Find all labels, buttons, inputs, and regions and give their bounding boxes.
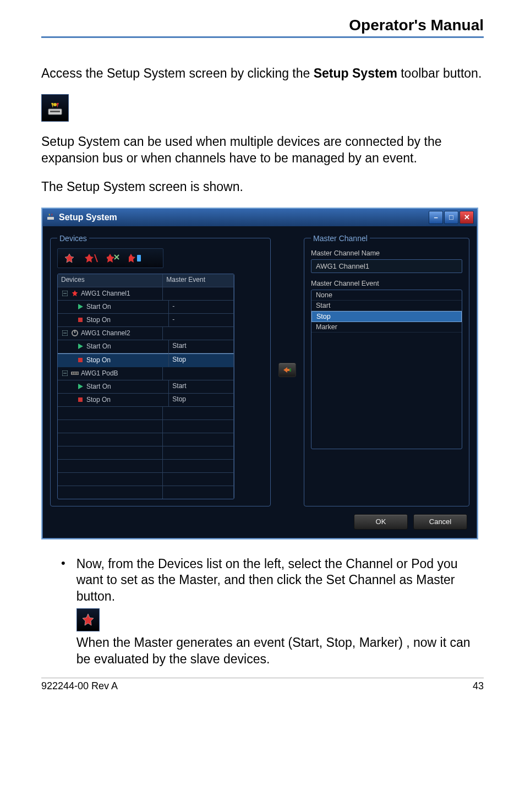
svg-rect-13 [78,358,83,362]
svg-rect-21 [78,397,83,402]
master-star-icon [71,290,79,297]
table-row[interactable]: Stop On - [58,314,234,327]
svg-rect-3 [47,217,54,220]
svg-rect-20 [77,372,78,374]
toolbar-set-master-icon[interactable] [62,252,76,264]
text: button. [76,589,115,603]
row-me [163,287,234,301]
svg-rect-18 [74,372,75,374]
table-row[interactable]: Start On Start [58,340,234,353]
ok-button[interactable]: OK [354,514,408,530]
text: Access the Setup System screen by clicki… [41,66,314,80]
row-label: Stop On [86,396,111,404]
footer-page-number: 43 [473,680,484,692]
setup-system-window: Setup System – □ ✕ Devices [41,208,478,539]
row-me: Stop [169,353,234,367]
table-row[interactable]: Stop On Stop [58,394,234,407]
stop-icon [76,396,84,404]
row-me: Start [169,340,234,353]
svg-rect-8 [78,318,83,322]
row-label: Start On [86,383,111,390]
row-me [163,327,234,340]
window-title: Setup System [59,212,117,222]
channel-off-icon [71,329,79,337]
bullet-dot: • [61,556,65,668]
row-label: Start On [86,342,111,350]
row-label: Start On [86,303,111,310]
master-event-listbox[interactable]: None Start Stop Marker [311,290,462,449]
devices-table[interactable]: Devices Master Event AWG1 Channel1 [57,274,234,499]
stop-icon [76,316,84,324]
play-icon [76,303,84,310]
svg-rect-5 [137,255,141,261]
svg-point-2 [53,103,57,106]
paragraph-intro: Access the Setup System screen by clicki… [41,66,484,82]
table-row[interactable]: AWG1 PodB [58,367,234,380]
tree-collapse-icon[interactable] [61,329,69,337]
devices-group: Devices [50,234,271,506]
master-event-label: Master Channel Event [311,280,462,287]
row-label: Stop On [86,356,111,364]
table-row[interactable]: Start On - [58,301,234,314]
list-item[interactable]: Start [311,301,462,311]
bullet-item: • Now, from the Devices list on the left… [61,556,484,668]
set-master-icon [76,608,100,631]
setup-system-toolbar-icon [41,94,69,122]
devices-toolbar [57,248,163,268]
app-icon [46,211,56,224]
table-row[interactable]: Start On Start [58,380,234,394]
svg-rect-19 [75,372,76,374]
tree-collapse-icon[interactable] [61,290,69,297]
table-row[interactable]: AWG1 Channel2 [58,327,234,340]
master-name-field[interactable]: AWG1 Channel1 [311,259,462,273]
tree-collapse-icon[interactable] [61,369,69,377]
master-channel-legend: Master Channel [311,234,370,243]
text: toolbar button. [397,66,482,80]
devices-legend: Devices [57,234,89,243]
master-channel-group: Master Channel Master Channel Name AWG1 … [304,234,469,506]
footer-left: 922244-00 Rev A [41,680,118,692]
column-master-event: Master Event [163,274,234,287]
svg-rect-22 [289,368,291,372]
paragraph-screenshot: The Setup System screen is shown. [41,179,484,195]
row-me [163,367,234,380]
row-label: AWG1 Channel1 [81,290,130,297]
row-label: AWG1 Channel2 [81,329,130,337]
toolbar-icon-3[interactable] [106,252,121,264]
toolbar-icon-2[interactable] [84,252,99,264]
page-footer: 922244-00 Rev A 43 [41,678,484,692]
table-row[interactable]: Stop On Stop [58,353,234,367]
pod-icon [71,369,79,377]
table-row[interactable]: AWG1 Channel1 [58,287,234,301]
set-channel-master-bold: Set Channel as Master [326,573,455,587]
close-button[interactable]: ✕ [460,211,474,224]
list-item[interactable]: Marker [311,322,462,333]
svg-line-4 [95,254,97,262]
assign-left-button[interactable] [278,363,296,377]
play-icon [76,342,84,350]
master-name-label: Master Channel Name [311,249,462,257]
row-label: AWG1 PodB [81,369,118,377]
row-me: Stop [169,394,234,407]
toolbar-icon-4[interactable] [128,252,143,264]
text: When the Master generates an event (Star… [76,635,471,666]
stop-icon [76,356,84,364]
row-me: Start [169,380,234,394]
maximize-button[interactable]: □ [444,211,458,224]
setup-system-bold: Setup System [314,66,397,80]
row-me: - [169,301,234,314]
row-me: - [169,314,234,327]
paragraph-usage: Setup System can be used when multiple d… [41,134,484,167]
column-devices: Devices [58,274,163,287]
list-item[interactable]: Stop [311,311,462,322]
cancel-button[interactable]: Cancel [413,514,467,530]
list-item[interactable]: None [311,290,462,301]
header-title: Operator's Manual [349,17,484,34]
row-label: Stop On [86,316,111,324]
svg-rect-17 [72,372,73,374]
svg-rect-1 [50,111,60,112]
page-header: Operator's Manual [41,17,484,38]
window-titlebar: Setup System – □ ✕ [42,209,477,226]
minimize-button[interactable]: – [429,211,443,224]
play-icon [76,383,84,390]
